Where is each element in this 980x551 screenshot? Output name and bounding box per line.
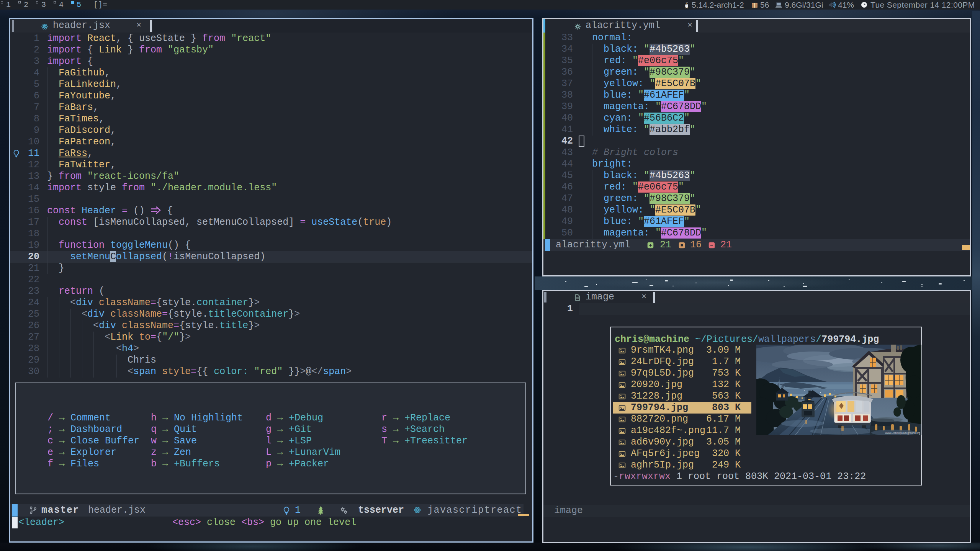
- svg-text:www.DesktopBackground.org: www.DesktopBackground.org: [885, 432, 920, 435]
